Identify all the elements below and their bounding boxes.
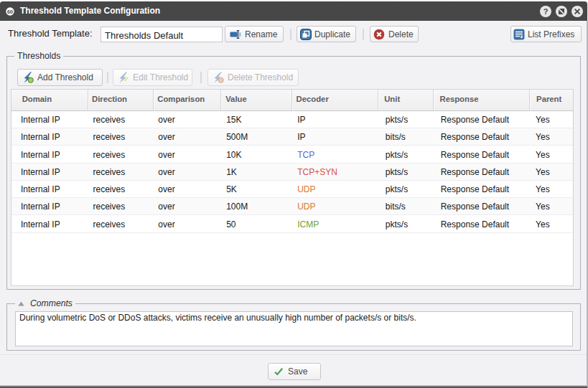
svg-text:?: ? [543, 7, 549, 16]
svg-text:60: 60 [7, 9, 13, 15]
